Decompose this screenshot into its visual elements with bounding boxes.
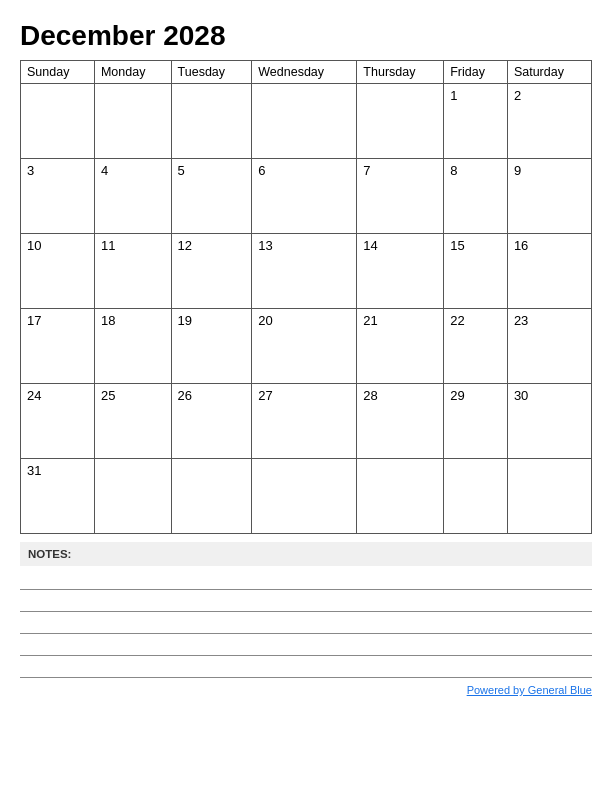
day-number: 28 <box>363 388 437 403</box>
day-number: 17 <box>27 313 88 328</box>
day-cell <box>252 459 357 534</box>
powered-by-link[interactable]: Powered by General Blue <box>467 684 592 696</box>
day-cell <box>357 84 444 159</box>
header-thursday: Thursday <box>357 61 444 84</box>
header-monday: Monday <box>94 61 171 84</box>
day-cell: 26 <box>171 384 252 459</box>
header-wednesday: Wednesday <box>252 61 357 84</box>
day-number: 26 <box>178 388 246 403</box>
day-number: 29 <box>450 388 501 403</box>
notes-lines <box>20 570 592 678</box>
day-number: 25 <box>101 388 165 403</box>
day-cell: 16 <box>507 234 591 309</box>
day-cell: 20 <box>252 309 357 384</box>
week-row-4: 24252627282930 <box>21 384 592 459</box>
day-number: 15 <box>450 238 501 253</box>
week-row-5: 31 <box>21 459 592 534</box>
day-number: 24 <box>27 388 88 403</box>
header-friday: Friday <box>444 61 508 84</box>
day-cell <box>94 84 171 159</box>
week-row-0: 12 <box>21 84 592 159</box>
day-cell: 1 <box>444 84 508 159</box>
day-number: 8 <box>450 163 501 178</box>
notes-label: NOTES: <box>28 548 71 560</box>
calendar-table: SundayMondayTuesdayWednesdayThursdayFrid… <box>20 60 592 534</box>
notes-line-3[interactable] <box>20 614 592 634</box>
day-cell: 6 <box>252 159 357 234</box>
day-number: 11 <box>101 238 165 253</box>
day-cell: 29 <box>444 384 508 459</box>
day-cell: 3 <box>21 159 95 234</box>
day-cell: 23 <box>507 309 591 384</box>
day-number: 13 <box>258 238 350 253</box>
day-cell: 13 <box>252 234 357 309</box>
day-cell: 7 <box>357 159 444 234</box>
week-row-3: 17181920212223 <box>21 309 592 384</box>
header-saturday: Saturday <box>507 61 591 84</box>
day-cell <box>94 459 171 534</box>
day-number: 14 <box>363 238 437 253</box>
day-number: 30 <box>514 388 585 403</box>
day-number: 6 <box>258 163 350 178</box>
day-number: 31 <box>27 463 88 478</box>
day-cell: 9 <box>507 159 591 234</box>
day-number: 22 <box>450 313 501 328</box>
day-number: 10 <box>27 238 88 253</box>
page-title: December 2028 <box>20 20 592 52</box>
day-cell: 24 <box>21 384 95 459</box>
day-cell: 28 <box>357 384 444 459</box>
day-cell: 10 <box>21 234 95 309</box>
day-cell <box>357 459 444 534</box>
day-cell: 11 <box>94 234 171 309</box>
day-cell: 21 <box>357 309 444 384</box>
notes-line-5[interactable] <box>20 658 592 678</box>
day-number: 4 <box>101 163 165 178</box>
day-cell: 25 <box>94 384 171 459</box>
day-cell: 15 <box>444 234 508 309</box>
day-cell <box>444 459 508 534</box>
notes-line-2[interactable] <box>20 592 592 612</box>
day-cell: 17 <box>21 309 95 384</box>
day-number: 2 <box>514 88 585 103</box>
day-cell: 8 <box>444 159 508 234</box>
day-cell: 12 <box>171 234 252 309</box>
day-cell <box>21 84 95 159</box>
day-cell <box>171 459 252 534</box>
notes-line-4[interactable] <box>20 636 592 656</box>
day-number: 21 <box>363 313 437 328</box>
day-number: 27 <box>258 388 350 403</box>
day-cell: 22 <box>444 309 508 384</box>
day-number: 9 <box>514 163 585 178</box>
day-number: 19 <box>178 313 246 328</box>
header-tuesday: Tuesday <box>171 61 252 84</box>
day-cell: 27 <box>252 384 357 459</box>
day-cell: 18 <box>94 309 171 384</box>
header-row: SundayMondayTuesdayWednesdayThursdayFrid… <box>21 61 592 84</box>
notes-line-1[interactable] <box>20 570 592 590</box>
notes-section: NOTES: <box>20 542 592 566</box>
day-cell: 19 <box>171 309 252 384</box>
week-row-1: 3456789 <box>21 159 592 234</box>
day-cell <box>171 84 252 159</box>
day-cell: 14 <box>357 234 444 309</box>
day-number: 16 <box>514 238 585 253</box>
day-cell <box>252 84 357 159</box>
week-row-2: 10111213141516 <box>21 234 592 309</box>
day-cell: 30 <box>507 384 591 459</box>
day-cell: 5 <box>171 159 252 234</box>
day-cell <box>507 459 591 534</box>
day-number: 23 <box>514 313 585 328</box>
day-number: 7 <box>363 163 437 178</box>
day-number: 3 <box>27 163 88 178</box>
day-cell: 2 <box>507 84 591 159</box>
day-number: 18 <box>101 313 165 328</box>
day-cell: 31 <box>21 459 95 534</box>
day-number: 5 <box>178 163 246 178</box>
day-number: 1 <box>450 88 501 103</box>
day-number: 12 <box>178 238 246 253</box>
powered-by: Powered by General Blue <box>20 684 592 696</box>
header-sunday: Sunday <box>21 61 95 84</box>
day-number: 20 <box>258 313 350 328</box>
day-cell: 4 <box>94 159 171 234</box>
